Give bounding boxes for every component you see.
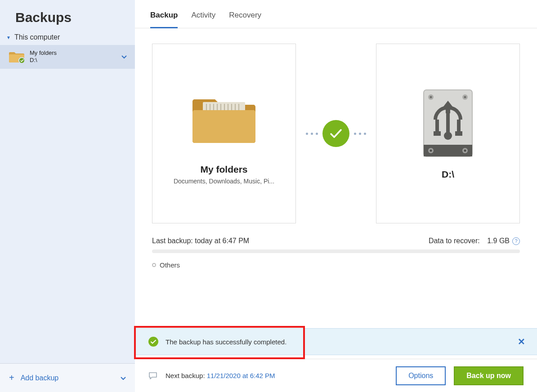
- svg-rect-18: [435, 120, 439, 133]
- sidebar: Backups ▼ This computer My folders D:\ +…: [0, 0, 135, 392]
- destination-title: D:\: [442, 169, 454, 180]
- svg-point-13: [430, 96, 432, 98]
- radio-icon: [152, 263, 156, 267]
- drive-icon: [421, 87, 475, 159]
- folder-large-icon: [190, 82, 258, 154]
- tab-backup[interactable]: Backup: [150, 11, 178, 28]
- tab-activity[interactable]: Activity: [191, 11, 215, 28]
- tab-recovery[interactable]: Recovery: [229, 11, 261, 28]
- tabs: Backup Activity Recovery: [135, 0, 537, 28]
- source-subtitle: Documents, Downloads, Music, Pi...: [174, 178, 274, 185]
- svg-rect-21: [455, 131, 462, 136]
- last-backup-label: Last backup:: [152, 237, 193, 245]
- others-row[interactable]: Others: [152, 261, 520, 269]
- check-round-icon: [322, 120, 349, 147]
- add-backup-button[interactable]: + Add backup: [0, 363, 135, 392]
- backup-item-texts: My folders D:\: [30, 49, 57, 64]
- svg-rect-20: [434, 131, 441, 136]
- connector: [306, 44, 366, 223]
- content: My folders Documents, Downloads, Music, …: [135, 28, 537, 359]
- sidebar-backup-item[interactable]: My folders D:\: [0, 45, 135, 69]
- chevron-down-icon[interactable]: [121, 53, 127, 60]
- backup-item-location: D:\: [30, 57, 57, 64]
- dots-right-icon: [354, 133, 366, 135]
- sidebar-title: Backups: [0, 0, 135, 33]
- next-backup: Next backup: 11/21/2020 at 6:42 PM: [166, 372, 275, 379]
- source-title: My folders: [200, 164, 247, 175]
- svg-point-15: [464, 96, 466, 98]
- data-to-recover-label: Data to recover:: [429, 237, 480, 245]
- sidebar-section-header[interactable]: ▼ This computer: [0, 33, 135, 45]
- cards-row: My folders Documents, Downloads, Music, …: [152, 44, 520, 223]
- source-card[interactable]: My folders Documents, Downloads, Music, …: [152, 44, 296, 223]
- main: Backup Activity Recovery: [135, 0, 537, 392]
- last-backup-value: today at 6:47 PM: [195, 237, 249, 245]
- options-button[interactable]: Options: [396, 366, 446, 385]
- data-to-recover-value: 1.9 GB: [487, 237, 510, 245]
- next-backup-label: Next backup:: [166, 372, 205, 379]
- folder-icon: [9, 50, 24, 63]
- dots-left-icon: [306, 133, 318, 135]
- progress-bar: [152, 249, 520, 253]
- help-icon[interactable]: ?: [512, 237, 520, 245]
- next-backup-value[interactable]: 11/21/2020 at 6:42 PM: [207, 372, 275, 379]
- section-label: This computer: [14, 33, 60, 41]
- destination-card[interactable]: D:\: [376, 44, 520, 223]
- others-label: Others: [160, 261, 180, 269]
- data-to-recover: Data to recover: 1.9 GB ?: [429, 237, 520, 245]
- back-up-now-button[interactable]: Back up now: [454, 366, 524, 385]
- summary-row: Last backup: today at 6:47 PM Data to re…: [152, 237, 520, 245]
- caret-down-icon: ▼: [6, 35, 11, 40]
- close-icon[interactable]: ✕: [518, 336, 525, 347]
- svg-point-24: [430, 150, 432, 152]
- svg-rect-19: [457, 120, 461, 133]
- sidebar-spacer: [0, 69, 135, 364]
- backup-item-name: My folders: [30, 49, 57, 57]
- chevron-down-icon[interactable]: [121, 374, 126, 382]
- add-backup-label: Add backup: [21, 374, 59, 382]
- comment-icon[interactable]: [148, 372, 157, 380]
- last-backup: Last backup: today at 6:47 PM: [152, 237, 249, 245]
- svg-point-17: [444, 132, 452, 140]
- plus-icon: +: [9, 373, 14, 383]
- svg-point-26: [464, 150, 466, 152]
- footer: Next backup: 11/21/2020 at 6:42 PM Optio…: [135, 359, 537, 392]
